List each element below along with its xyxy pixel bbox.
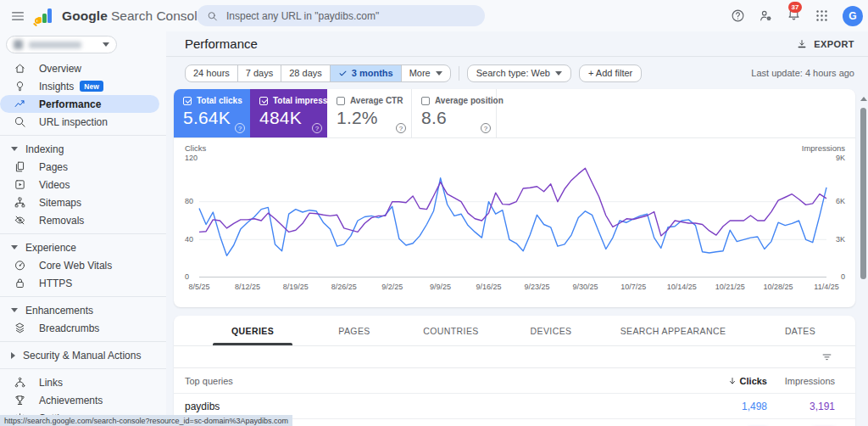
y-tick: 120 (185, 154, 198, 162)
eye-off-icon (14, 214, 26, 227)
checkbox-empty-icon[interactable] (421, 97, 430, 105)
dimensions-table-panel: QUERIES PAGES COUNTRIES DEVICES SEARCH A… (174, 316, 855, 426)
chart-plot-area[interactable] (199, 164, 826, 277)
x-axis-label: 9/23/25 (524, 283, 549, 291)
tab-search-appearance[interactable]: SEARCH APPEARANCE (601, 316, 745, 345)
metric-card-total-impressions[interactable]: Total impressions 484K ? (250, 89, 327, 137)
column-header-impressions[interactable]: Impressions (767, 376, 855, 386)
sidebar-item-links[interactable]: Links (0, 373, 166, 391)
help-circle-icon[interactable]: ? (312, 123, 322, 133)
cards-filler (497, 89, 855, 137)
x-axis-label: 8/19/25 (283, 283, 309, 291)
sidebar-item-url-inspection[interactable]: URL inspection (0, 113, 166, 131)
app-logo[interactable]: GoogleSearch Console (36, 8, 204, 25)
caret-down-icon (11, 308, 18, 312)
x-axis-label: 10/28/25 (764, 283, 793, 291)
property-name-redacted (29, 42, 81, 48)
left-axis-title: Clicks (185, 143, 206, 153)
checkbox-checked-icon[interactable] (183, 97, 192, 105)
scrollbar-up-arrow[interactable] (860, 97, 867, 101)
filter-funnel-icon[interactable] (821, 350, 833, 363)
search-console-logo-icon (36, 8, 55, 25)
vertical-scrollbar[interactable] (859, 95, 868, 426)
divider (0, 341, 166, 342)
dimension-tabs: QUERIES PAGES COUNTRIES DEVICES SEARCH A… (174, 316, 855, 346)
tab-queries[interactable]: QUERIES (198, 316, 308, 345)
query-cell[interactable]: paydibs (174, 401, 672, 412)
notifications-button[interactable]: 37 (787, 7, 801, 25)
metric-card-average-position[interactable]: Average position 8.6 ? (412, 89, 497, 137)
sidebar-section-security-manual-actions[interactable]: Security & Manual Actions (0, 346, 166, 364)
add-filter-chip[interactable]: + Add filter (579, 64, 642, 82)
home-icon (14, 62, 26, 75)
help-icon[interactable] (731, 8, 745, 23)
sidebar-item-performance[interactable]: Performance (0, 95, 159, 113)
google-apps-grid-icon[interactable] (815, 8, 829, 23)
x-axis-label: 10/21/25 (715, 283, 745, 291)
search-type-chip[interactable]: Search type: Web (467, 64, 571, 82)
range-24-hours[interactable]: 24 hours (186, 65, 238, 81)
layers-icon (14, 322, 26, 334)
scrollbar-thumb[interactable] (860, 108, 866, 279)
x-axis-label: 10/7/25 (620, 283, 646, 291)
tab-dates[interactable]: DATES (745, 316, 855, 345)
range-28-days[interactable]: 28 days (281, 65, 331, 81)
tab-devices[interactable]: DEVICES (501, 316, 601, 345)
divider (0, 233, 166, 234)
checkbox-empty-icon[interactable] (337, 97, 345, 105)
sidebar-section-experience[interactable]: Experience (0, 238, 166, 256)
metric-card-average-ctr[interactable]: Average CTR 1.2% ? (327, 89, 412, 137)
caret-right-icon (11, 352, 15, 359)
sidebar-item-https[interactable]: HTTPS (0, 274, 166, 292)
hamburger-menu-icon[interactable] (10, 8, 25, 24)
lock-icon (14, 277, 26, 289)
help-circle-icon[interactable]: ? (235, 123, 245, 133)
help-circle-icon[interactable]: ? (396, 123, 406, 133)
sidebar-section-indexing[interactable]: Indexing (0, 140, 166, 158)
metric-value: 1.2% (337, 108, 404, 128)
column-header-clicks[interactable]: Clicks (672, 376, 767, 386)
sidebar-item-removals[interactable]: Removals (0, 211, 166, 229)
tab-pages[interactable]: PAGES (308, 316, 401, 345)
sidebar-item-core-web-vitals[interactable]: Core Web Vitals (0, 256, 166, 274)
x-axis-label: 9/2/25 (381, 283, 403, 291)
page-header: Performance EXPORT (166, 31, 868, 56)
sidebar-section-enhancements[interactable]: Enhancements (0, 301, 166, 319)
y-tick-right: 6K (836, 197, 845, 205)
divider (0, 296, 166, 297)
sidebar-item-achievements[interactable]: Achievements (0, 391, 166, 409)
url-inspection-searchbar[interactable] (197, 5, 485, 26)
help-circle-icon[interactable]: ? (481, 123, 491, 133)
sidebar-item-pages[interactable]: Pages (0, 158, 166, 176)
sidebar-item-overview[interactable]: Overview (0, 59, 166, 77)
status-url: https://search.google.com/search-console… (4, 417, 288, 425)
metric-value: 484K (259, 108, 320, 128)
x-axis-label: 9/30/25 (572, 283, 598, 291)
sidebar-item-breadcrumbs[interactable]: Breadcrumbs (0, 319, 166, 337)
avatar[interactable]: G (843, 6, 863, 26)
tab-countries[interactable]: COUNTRIES (401, 316, 501, 345)
y-tick-right: 9K (836, 154, 845, 162)
x-axis-label: 10/14/25 (667, 283, 697, 291)
range-more-dropdown[interactable]: More (402, 65, 450, 81)
account-settings-icon[interactable] (759, 8, 773, 23)
divider (0, 368, 166, 369)
x-axis-label: 9/16/25 (476, 283, 501, 291)
top-app-bar: GoogleSearch Console 37 G (0, 0, 868, 31)
checkbox-checked-icon[interactable] (259, 97, 268, 105)
time-series-chart[interactable]: Clicks Impressions 120 80 40 0 9K 6K 3K … (174, 138, 855, 304)
sidebar-item-insights[interactable]: Insights New (0, 77, 166, 95)
range-7-days[interactable]: 7 days (238, 65, 281, 81)
sidebar-item-videos[interactable]: Videos (0, 176, 166, 193)
table-toolbar (174, 346, 855, 368)
property-selector[interactable] (6, 36, 117, 53)
export-button[interactable]: EXPORT (796, 38, 854, 50)
column-header-top-queries[interactable]: Top queries (174, 376, 672, 386)
magnifier-icon (14, 115, 26, 128)
metric-card-total-clicks[interactable]: Total clicks 5.64K ? (174, 89, 250, 137)
browser-status-bar: https://search.google.com/search-console… (0, 415, 292, 426)
url-inspect-input[interactable] (226, 10, 475, 22)
sidebar-item-sitemaps[interactable]: Sitemaps (0, 193, 166, 211)
x-axis-label: 8/26/25 (331, 283, 357, 291)
range-3-months-selected[interactable]: 3 months (331, 65, 402, 81)
